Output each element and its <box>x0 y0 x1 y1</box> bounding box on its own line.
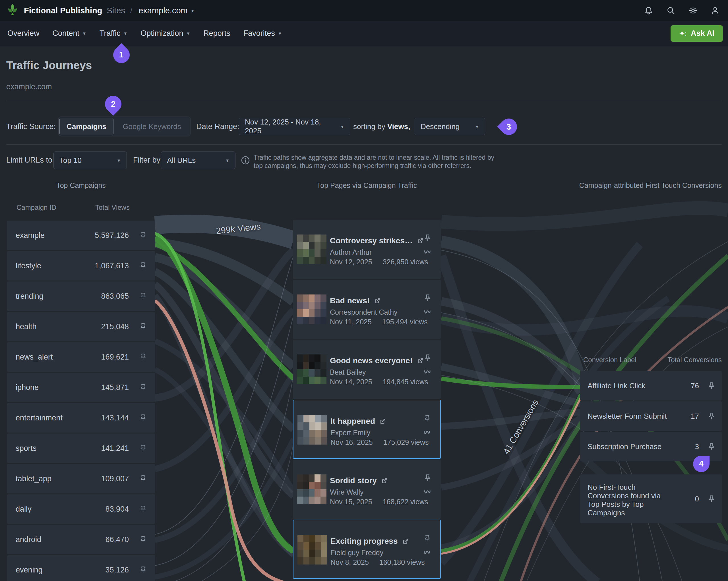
conversion-row[interactable]: Affiliate Link Click 76 <box>580 371 722 400</box>
trend-sparkline-icon[interactable] <box>422 547 432 557</box>
site-selector-caret-icon[interactable]: ▼ <box>190 8 195 13</box>
nav-item-traffic[interactable]: Traffic▼ <box>100 29 127 38</box>
pin-icon[interactable] <box>423 353 432 363</box>
external-link-icon[interactable] <box>374 297 381 305</box>
pin-icon[interactable] <box>138 565 148 575</box>
chevron-down-icon: ▼ <box>340 124 344 129</box>
primary-nav: OverviewContent▼Traffic▼Optimization▼Rep… <box>0 21 728 46</box>
campaign-row[interactable]: sports 141,241 <box>7 433 155 463</box>
breadcrumb-section[interactable]: Sites <box>107 6 125 15</box>
pin-icon[interactable] <box>707 442 716 451</box>
trend-sparkline-icon[interactable] <box>422 427 432 437</box>
pin-icon[interactable] <box>138 444 148 453</box>
site-selector[interactable]: example.com <box>138 6 187 15</box>
campaign-row[interactable]: news_alert 169,621 <box>7 342 155 372</box>
pin-icon[interactable] <box>423 473 432 482</box>
page-date: Nov 11, 2025 <box>330 318 372 326</box>
campaign-row[interactable]: trending 863,065 <box>7 282 155 311</box>
pin-icon[interactable] <box>422 414 432 423</box>
campaign-row[interactable]: tablet_app 109,007 <box>7 464 155 494</box>
campaign-row[interactable]: daily 83,904 <box>7 494 155 524</box>
campaign-row[interactable]: evening 35,126 <box>7 555 155 581</box>
ask-ai-button[interactable]: ✦: Ask AI <box>671 25 723 42</box>
nav-item-overview[interactable]: Overview <box>7 29 40 38</box>
pin-icon[interactable] <box>707 381 716 390</box>
pin-icon[interactable] <box>138 322 148 331</box>
external-link-icon[interactable] <box>381 477 388 484</box>
page-card[interactable]: Bad news! Correspondent Cathy Nov 11, 20… <box>293 280 441 339</box>
page-views: 194,845 views <box>383 378 428 386</box>
toggle-option-google-keywords[interactable]: Google Keywords <box>113 122 190 131</box>
conversion-label: Newsletter Form Submit <box>588 401 667 431</box>
trend-sparkline-icon[interactable] <box>423 246 433 256</box>
page-card[interactable]: Sordid story Wire Wally Nov 15, 2025 168… <box>293 459 441 519</box>
nav-item-reports[interactable]: Reports <box>203 29 230 38</box>
campaign-row[interactable]: entertainment 143,144 <box>7 403 155 432</box>
column-header-conversions: Campaign-attributed First Touch Conversi… <box>551 181 722 190</box>
trend-sparkline-icon[interactable] <box>423 486 433 496</box>
campaign-total-views: 1,067,613 <box>95 251 129 281</box>
page-author: Author Arthur <box>330 248 372 256</box>
external-link-icon[interactable] <box>402 537 409 545</box>
toggle-option-campaigns[interactable]: Campaigns <box>59 118 113 135</box>
pin-icon[interactable] <box>423 293 432 302</box>
conversion-row[interactable]: No First-Touch Conversions found via Top… <box>580 474 722 523</box>
notifications-bell-icon[interactable] <box>644 6 653 15</box>
page-card[interactable]: Exciting progress Field guy Freddy Nov 8… <box>293 520 441 579</box>
pin-icon[interactable] <box>138 474 148 483</box>
campaign-total-views: 215,048 <box>101 312 129 341</box>
page-card[interactable]: Controversy strikes… Author Arthur Nov 1… <box>293 220 441 279</box>
filter-by-dropdown[interactable]: All URLs ▼ <box>161 152 235 169</box>
page-title-text: Exciting progress <box>331 537 398 546</box>
conversions-table: Affiliate Link Click 76 Newsletter Form … <box>580 371 722 524</box>
limit-urls-dropdown[interactable]: Top 10 ▼ <box>53 152 127 169</box>
pin-icon[interactable] <box>138 383 148 392</box>
chevron-down-icon: ▼ <box>475 124 479 129</box>
pin-icon[interactable] <box>423 233 432 242</box>
settings-gear-icon[interactable] <box>688 6 698 15</box>
campaign-id: iphone <box>16 373 39 402</box>
nav-item-content[interactable]: Content▼ <box>53 29 86 38</box>
sort-direction-dropdown[interactable]: Descending ▼ <box>415 118 485 135</box>
page-card[interactable]: It happened Expert Emily Nov 16, 2025 17… <box>293 400 441 459</box>
sparkle-icon: ✦: <box>679 30 687 37</box>
pin-icon[interactable] <box>422 534 432 543</box>
pin-icon[interactable] <box>707 412 716 421</box>
page-title-text: Good news everyone! <box>330 356 413 365</box>
chevron-down-icon: ▼ <box>186 31 190 36</box>
trend-sparkline-icon[interactable] <box>423 307 433 316</box>
campaign-total-views: 5,597,126 <box>95 220 129 250</box>
pin-icon[interactable] <box>138 413 148 422</box>
pin-icon[interactable] <box>138 292 148 301</box>
pin-icon[interactable] <box>138 535 148 544</box>
date-range-dropdown[interactable]: Nov 12, 2025 - Nov 18, 2025 ▼ <box>239 118 350 135</box>
pin-icon[interactable] <box>138 505 148 513</box>
campaign-row[interactable]: iphone 145,871 <box>7 373 155 402</box>
brand-leaf-logo-icon <box>6 3 19 18</box>
user-profile-icon[interactable] <box>710 6 720 15</box>
page-title-text: It happened <box>331 417 375 426</box>
page-views: 168,622 views <box>383 498 428 506</box>
campaign-total-views: 66,470 <box>105 525 129 554</box>
campaign-id: evening <box>16 555 43 581</box>
pin-icon[interactable] <box>138 261 148 270</box>
page-title-text: Bad news! <box>330 296 370 305</box>
page-card[interactable]: Good news everyone! Beat Bailey Nov 14, … <box>293 340 441 399</box>
conversion-row[interactable]: Newsletter Form Submit 17 <box>580 401 722 431</box>
campaign-row[interactable]: android 66,470 <box>7 525 155 554</box>
campaign-row[interactable]: example 5,597,126 <box>7 220 155 250</box>
nav-item-optimization[interactable]: Optimization▼ <box>140 29 190 38</box>
traffic-source-toggle: Campaigns Google Keywords <box>58 116 190 136</box>
search-icon[interactable] <box>666 6 676 15</box>
pin-icon[interactable] <box>138 231 148 240</box>
page-views: 175,029 views <box>383 438 429 446</box>
page-thumbnail <box>297 235 327 264</box>
pin-icon[interactable] <box>707 494 716 503</box>
trend-sparkline-icon[interactable] <box>423 366 433 376</box>
campaign-row[interactable]: health 215,048 <box>7 312 155 341</box>
external-link-icon[interactable] <box>379 418 387 425</box>
nav-item-favorites[interactable]: Favorites▼ <box>243 29 282 38</box>
page-title-text: Sordid story <box>330 476 377 485</box>
campaign-row[interactable]: lifestyle 1,067,613 <box>7 251 155 281</box>
pin-icon[interactable] <box>138 352 148 362</box>
